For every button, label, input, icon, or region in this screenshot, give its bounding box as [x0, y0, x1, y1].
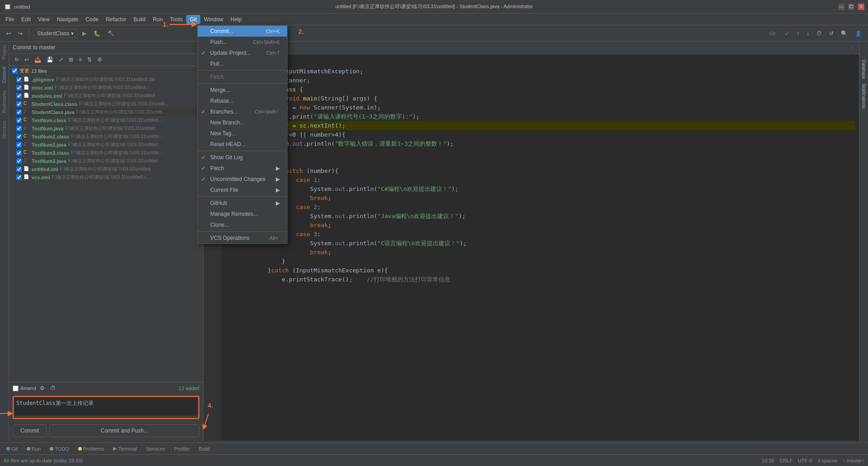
file-checkbox[interactable]	[16, 109, 22, 115]
file-checkbox[interactable]	[16, 134, 22, 139]
minimize-button[interactable]: —	[838, 4, 844, 10]
list-item[interactable]: J TestNum3.java F:\南京正厚软件公司\课堂\练习\03.31\…	[9, 157, 203, 165]
status-git-branch[interactable]: ↑ master↑	[843, 458, 864, 463]
maximize-button[interactable]: ⧠	[848, 4, 854, 10]
list-item[interactable]: 📄 modules.xml F:\南京正厚软件公司\课堂\练习\03.31\un…	[9, 92, 203, 100]
tab-problems[interactable]: Problems	[75, 445, 107, 452]
status-encoding[interactable]: UTF-8	[798, 458, 812, 463]
file-checkbox[interactable]	[16, 175, 22, 180]
menu-help[interactable]: Help	[227, 15, 245, 24]
settings-button[interactable]: ⚙	[95, 56, 104, 64]
undo-changes-button[interactable]: ↩	[23, 56, 31, 64]
menu-build[interactable]: Build	[130, 15, 149, 24]
file-checkbox[interactable]	[16, 158, 22, 164]
git-push-button[interactable]: ↑	[794, 29, 802, 38]
menu-view[interactable]: View	[34, 15, 53, 24]
menu-refactor[interactable]: Refactor	[102, 15, 130, 24]
sidebar-commit-icon[interactable]: Commit	[1, 65, 8, 85]
editor-options-button[interactable]: ⋮	[846, 44, 859, 51]
list-item[interactable]: 📄 untitled.iml F:\南京正厚软件公司\课堂\练习\03.31\u…	[9, 165, 203, 173]
diff-button[interactable]: ⊞	[67, 56, 75, 64]
menu-window[interactable]: Window	[200, 15, 227, 24]
menu-code[interactable]: Code	[82, 15, 102, 24]
git-menu-fetch[interactable]: Fetch	[198, 71, 287, 82]
refresh-button[interactable]: ↻	[13, 56, 21, 64]
file-checkbox[interactable]	[16, 150, 22, 156]
shelve-button[interactable]: 📥	[33, 56, 43, 64]
select-all-checkbox[interactable]	[12, 68, 18, 74]
git-menu-update-project[interactable]: ✓ Update Project... Ctrl+T	[198, 48, 287, 58]
list-item[interactable]: J TestNum2.java F:\南京正厚软件公司\课堂\练习\03.31\…	[9, 141, 203, 149]
amend-checkbox[interactable]	[13, 385, 19, 391]
menu-file[interactable]: File	[2, 15, 18, 24]
git-pull-button[interactable]: ↓	[804, 29, 812, 38]
git-history-button[interactable]: ⏱	[814, 29, 825, 38]
git-menu-clone[interactable]: Clone...	[198, 219, 287, 230]
git-menu-show-git-log[interactable]: ✓ Show Git Log	[198, 152, 287, 163]
run-config-selector[interactable]: StudentClass ▾	[33, 29, 78, 38]
menu-tools[interactable]: Tools	[166, 15, 186, 24]
file-checkbox[interactable]	[16, 166, 22, 172]
expand-button[interactable]: ⤢	[57, 56, 65, 64]
tab-todo[interactable]: TODO	[47, 445, 72, 452]
git-menu-push[interactable]: Push... Ctrl+Shift+K	[198, 37, 287, 48]
list-item[interactable]: C TestNum.class F:\南京正厚软件公司\课堂\练习\03.31\…	[9, 116, 203, 124]
git-menu-new-branch[interactable]: New Branch...	[198, 117, 287, 128]
status-line-col[interactable]: 10:35	[762, 458, 774, 463]
sort-button[interactable]: ⇅	[85, 56, 94, 64]
git-rollback-button[interactable]: ↺	[826, 29, 836, 38]
run-button[interactable]: ▶	[80, 29, 89, 38]
git-menu-new-tag[interactable]: New Tag...	[198, 128, 287, 139]
sidebar-bookmarks-icon[interactable]: Bookmarks	[1, 89, 8, 115]
tab-run[interactable]: Run	[24, 445, 43, 452]
git-menu-github[interactable]: GitHub ▶	[198, 198, 287, 209]
file-checkbox[interactable]	[16, 118, 22, 123]
group-button[interactable]: ≡	[77, 56, 84, 64]
menu-navigate[interactable]: Navigate	[53, 15, 82, 24]
status-indent[interactable]: 4 spaces	[817, 458, 837, 463]
tab-terminal[interactable]: ▶ Terminal	[110, 445, 140, 452]
git-check-button[interactable]: ✓	[782, 29, 792, 38]
git-menu-merge[interactable]: Merge...	[198, 85, 287, 95]
list-item[interactable]: J TestNum.java F:\南京正厚软件公司\课堂\练习\03.31\u…	[9, 124, 203, 133]
commit-message-input[interactable]: StudentClass第一次上传记录	[14, 398, 198, 416]
file-checkbox[interactable]	[16, 142, 22, 147]
search-everywhere-button[interactable]: 🔍	[838, 29, 850, 38]
git-menu-patch[interactable]: ✓ Patch ▶	[198, 163, 287, 174]
list-item[interactable]: C TestNum3.class F:\南京正厚软件公司\课堂\练习\03.31…	[9, 149, 203, 157]
menu-edit[interactable]: Edit	[18, 15, 34, 24]
tab-services[interactable]: Services	[143, 445, 168, 452]
save-button[interactable]: 💾	[45, 56, 55, 64]
amend-history-button[interactable]: ⏱	[48, 384, 57, 392]
file-checkbox[interactable]	[16, 101, 22, 107]
git-menu-branches[interactable]: ✓ Branches... Ctrl+Shift+`	[198, 106, 287, 117]
file-checkbox[interactable]	[16, 85, 22, 90]
notifications-icon[interactable]: Notifications	[861, 84, 866, 108]
git-menu-vcs-operations[interactable]: VCS Operations Alt+`	[198, 233, 287, 243]
list-item[interactable]: J StudentClass.java F:\南京正厚软件公司\课堂\练习\03…	[9, 108, 203, 116]
git-menu-current-file[interactable]: Current File ▶	[198, 185, 287, 195]
database-icon[interactable]: Database	[861, 60, 866, 79]
code-editor[interactable]: ge lainxi; t java.util.InputMismatchExce…	[222, 54, 859, 441]
git-menu-manage-remotes[interactable]: Manage Remotes...	[198, 209, 287, 219]
sidebar-structure-icon[interactable]: Structure	[1, 119, 8, 141]
undo-button[interactable]: ↩	[4, 29, 14, 38]
redo-button[interactable]: ↪	[15, 29, 25, 38]
list-item[interactable]: 📄 misc.xml F:\南京正厚软件公司\课堂\练习\03.31\untit…	[9, 84, 203, 92]
menu-git[interactable]: Git	[186, 15, 200, 24]
file-checkbox[interactable]	[16, 93, 22, 99]
build-button[interactable]: 🔨	[105, 29, 117, 38]
debug-button[interactable]: 🐛	[91, 29, 103, 38]
tab-git[interactable]: Git	[4, 445, 20, 452]
commit-button[interactable]: Commit	[13, 424, 47, 437]
list-item[interactable]: 📄 .gitignore F:\南京正厚软件公司\课堂\练习\03.31\unt…	[9, 76, 203, 84]
status-line-ending[interactable]: CRLF	[779, 458, 793, 463]
git-menu-commit[interactable]: Commit... Ctrl+K	[198, 26, 287, 37]
git-menu-reset-head[interactable]: Reset HEAD...	[198, 139, 287, 150]
file-checkbox[interactable]	[16, 77, 22, 82]
tab-profiler[interactable]: Profiler	[171, 445, 193, 452]
file-checkbox[interactable]	[16, 126, 22, 131]
git-menu-uncommitted-changes[interactable]: ✓ Uncommitted Changes ▶	[198, 174, 287, 185]
list-item[interactable]: 📄 vcs.xml F:\南京正厚软件公司\课堂\练习\03.31\untitl…	[9, 173, 203, 181]
git-menu-rebase[interactable]: Rebase...	[198, 95, 287, 106]
